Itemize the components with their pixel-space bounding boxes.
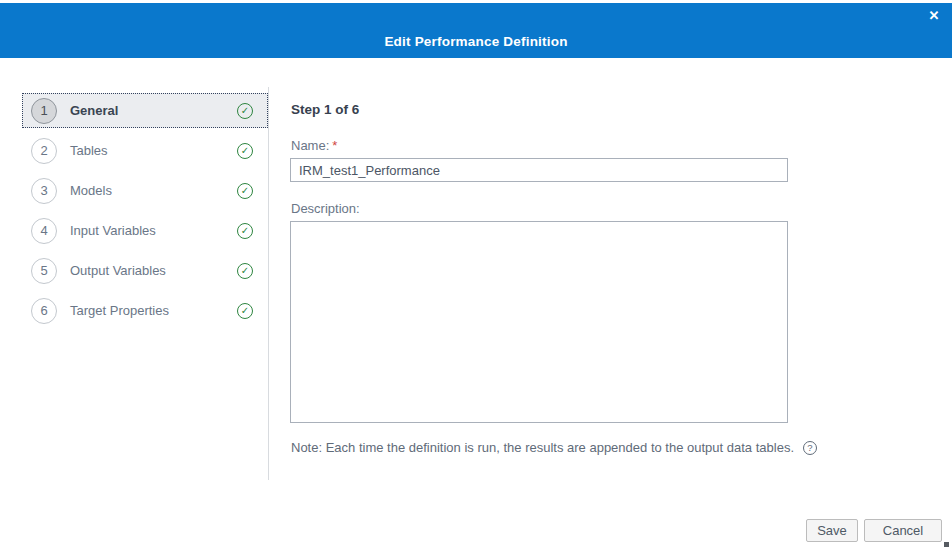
- note-text: Note: Each time the definition is run, t…: [291, 440, 794, 455]
- step-label: Target Properties: [70, 303, 237, 318]
- name-label-text: Name:: [291, 138, 329, 153]
- step-label: Tables: [70, 143, 237, 158]
- step-label: General: [70, 103, 237, 118]
- step-complete-check-icon: ✓: [237, 303, 253, 319]
- name-field-label: Name:*: [291, 138, 337, 153]
- step-item-input-variables[interactable]: 4 Input Variables ✓: [22, 213, 268, 248]
- description-field-label: Description:: [291, 201, 360, 216]
- step-item-tables[interactable]: 2 Tables ✓: [22, 133, 268, 168]
- description-textarea[interactable]: [290, 221, 788, 423]
- step-complete-check-icon: ✓: [237, 183, 253, 199]
- modal-title: Edit Performance Definition: [0, 34, 952, 49]
- wizard-stepper: 1 General ✓ 2 Tables ✓ 3 Models ✓ 4 Inpu…: [22, 93, 268, 333]
- step-label: Output Variables: [70, 263, 237, 278]
- step-number: 3: [31, 178, 57, 204]
- step-number: 5: [31, 258, 57, 284]
- step-number: 1: [31, 98, 57, 124]
- step-item-target-properties[interactable]: 6 Target Properties ✓: [22, 293, 268, 328]
- step-number: 2: [31, 138, 57, 164]
- help-icon[interactable]: ?: [803, 441, 817, 455]
- modal-header: ✕ Edit Performance Definition: [0, 3, 952, 58]
- step-label: Models: [70, 183, 237, 198]
- name-input[interactable]: [290, 158, 788, 182]
- save-button[interactable]: Save: [806, 519, 858, 542]
- step-number: 6: [31, 298, 57, 324]
- step-item-output-variables[interactable]: 5 Output Variables ✓: [22, 253, 268, 288]
- required-marker: *: [332, 138, 337, 153]
- step-number: 4: [31, 218, 57, 244]
- step-complete-check-icon: ✓: [237, 223, 253, 239]
- step-complete-check-icon: ✓: [237, 103, 253, 119]
- step-complete-check-icon: ✓: [237, 263, 253, 279]
- step-item-models[interactable]: 3 Models ✓: [22, 173, 268, 208]
- step-label: Input Variables: [70, 223, 237, 238]
- sidebar-divider: [268, 87, 269, 480]
- cancel-button[interactable]: Cancel: [864, 519, 942, 542]
- close-icon[interactable]: ✕: [925, 7, 943, 25]
- note-row: Note: Each time the definition is run, t…: [291, 440, 817, 455]
- step-item-general[interactable]: 1 General ✓: [22, 93, 268, 128]
- resize-grip-dot: [944, 542, 949, 547]
- step-indicator: Step 1 of 6: [291, 102, 359, 117]
- step-complete-check-icon: ✓: [237, 143, 253, 159]
